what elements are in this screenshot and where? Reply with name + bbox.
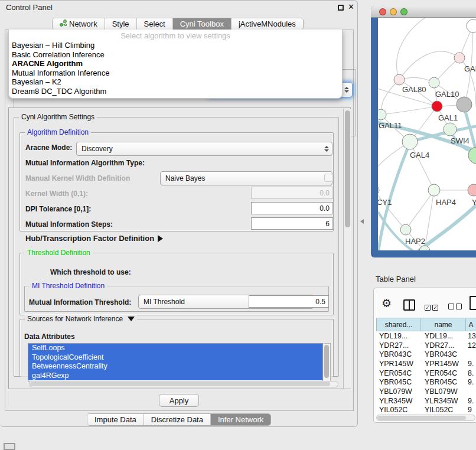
- table-row[interactable]: YER054CYER054C8.: [376, 369, 476, 378]
- table-panel: ⚙ ✓✓ shared...nameA YDL19...YDL19...13YD…: [373, 288, 476, 423]
- dropdown-option-bayesian-k2[interactable]: Bayesian – K2: [9, 77, 342, 87]
- algorithm-dropdown-popup: Select algorithm to view settings Bayesi…: [8, 30, 343, 99]
- tab-select[interactable]: Select: [137, 18, 173, 30]
- zoom-traffic-light-icon[interactable]: [400, 8, 407, 15]
- scrollbar-thumb[interactable]: [345, 110, 350, 227]
- table-cell: YER054C: [376, 369, 420, 377]
- vertical-scrollbar[interactable]: [343, 109, 351, 389]
- tab-style[interactable]: Style: [105, 18, 137, 30]
- collapsed-arrow-icon[interactable]: [158, 235, 163, 242]
- attribute-item-gal4rgexp[interactable]: gal4RGexp: [28, 371, 322, 381]
- dpi-tolerance-input[interactable]: [251, 202, 333, 214]
- table-horizontal-scrollbar[interactable]: [376, 415, 475, 421]
- column-header-a[interactable]: A: [465, 318, 476, 331]
- dropdown-option-mutual-information-inference[interactable]: Mutual Information Inference: [9, 69, 342, 78]
- mi-threshold-label: Mutual Information Threshold:: [29, 298, 131, 306]
- bottom-tab-discretize-data[interactable]: Discretize Data: [144, 414, 211, 425]
- dropdown-option-bayesian-hill-climbing[interactable]: Bayesian – Hill Climbing: [9, 41, 342, 50]
- table-row[interactable]: YDR27...YDR27...12: [376, 341, 476, 350]
- network-node-gal10[interactable]: [429, 77, 439, 88]
- close-traffic-light-icon[interactable]: [379, 8, 386, 15]
- mi-algorithm-type-label: Mutual Information Algorithm Type:: [25, 159, 145, 167]
- dropdown-option-basic-correlation-inference[interactable]: Basic Correlation Inference: [9, 50, 342, 60]
- kernel-width-input[interactable]: [251, 187, 333, 199]
- table-cell: YPR145W: [420, 360, 465, 368]
- group-title: MI Threshold Definition: [30, 282, 107, 290]
- table-cell: YBR043C: [376, 350, 420, 358]
- network-node[interactable]: [467, 19, 476, 32]
- attribute-item-topologicalcoefficient[interactable]: TopologicalCoefficient: [28, 353, 322, 363]
- scrollbar-thumb[interactable]: [377, 416, 466, 420]
- expanded-arrow-icon[interactable]: [128, 317, 135, 321]
- gear-icon[interactable]: ⚙: [382, 298, 392, 309]
- data-attributes-list[interactable]: SelfLoopsTopologicalCoefficientBetweenne…: [28, 343, 323, 382]
- dropdown-option-aracne-algorithm[interactable]: ARACNE Algorithm: [9, 59, 342, 69]
- bottom-tab-impute-data[interactable]: Impute Data: [87, 414, 144, 425]
- network-edge: [406, 190, 434, 230]
- manual-kernel-width-checkbox[interactable]: [324, 174, 332, 182]
- network-node-gal1[interactable]: [432, 101, 442, 112]
- attribute-item-betweennesscentrality[interactable]: BetweennessCentrality: [28, 362, 322, 371]
- select-all-columns-icon[interactable]: ✓✓: [425, 301, 440, 312]
- table-row[interactable]: YPR145WYPR145W9.: [376, 359, 476, 369]
- new-column-icon[interactable]: [470, 296, 476, 310]
- settings-scroll-viewport: Cyni Algorithm Settings Algorithm Defini…: [8, 107, 351, 389]
- tab-network[interactable]: Network: [53, 18, 105, 30]
- tab-label: Select: [144, 19, 165, 28]
- close-icon[interactable]: ✕: [348, 2, 354, 11]
- scrollbar-thumb[interactable]: [30, 382, 330, 386]
- split-view-icon[interactable]: [403, 299, 415, 311]
- panel-resize-handle-icon[interactable]: [360, 219, 364, 224]
- network-tab-icon: [60, 19, 67, 28]
- table-cell: YIL052C: [420, 406, 465, 414]
- scrollbar-thumb[interactable]: [324, 345, 329, 378]
- network-node-gal[interactable]: [454, 53, 465, 63]
- tab-jactivemnodules[interactable]: jActiveMNodules: [232, 18, 303, 30]
- combo-stepper-icon: [343, 83, 350, 97]
- network-node[interactable]: [457, 97, 472, 112]
- network-node-hap2[interactable]: [400, 224, 411, 235]
- minimize-traffic-light-icon[interactable]: [390, 8, 397, 15]
- combo-stepper-icon: [323, 142, 330, 155]
- table-row[interactable]: YDL19...YDL19...13: [376, 331, 476, 341]
- table-rows: YDL19...YDL19...13YDR27...YDR27...12YBR0…: [376, 331, 476, 415]
- apply-button[interactable]: Apply: [159, 394, 199, 407]
- aracne-mode-combo[interactable]: Discovery: [76, 142, 332, 156]
- network-canvas[interactable]: GALGAL80GAL10GAL1GAL11SWI4GAL4GCY1HAP4YH…: [378, 18, 476, 250]
- dropdown-option-dream8-dc-tdc-algorithm[interactable]: Dream8 DC_TDC Algorithm: [9, 87, 342, 96]
- column-header-name[interactable]: name: [420, 318, 465, 331]
- network-window-titlebar[interactable]: [371, 6, 476, 18]
- column-header-shared[interactable]: shared...: [376, 318, 420, 331]
- table-cell: YLR345W: [420, 397, 465, 405]
- tab-label: Network: [69, 19, 97, 28]
- float-window-icon[interactable]: [338, 5, 344, 11]
- network-edge: [381, 106, 437, 115]
- network-node-y[interactable]: [468, 184, 476, 196]
- table-cell: 13: [465, 332, 476, 340]
- table-row[interactable]: YBR045CYBR045C9.: [376, 377, 476, 387]
- mi-steps-input[interactable]: [251, 217, 333, 230]
- network-node-swi4[interactable]: [444, 123, 457, 136]
- network-node-gal4[interactable]: [402, 134, 418, 149]
- docked-panel-icon[interactable]: [4, 443, 15, 450]
- table-row[interactable]: YBL079WYBL079W: [376, 387, 476, 396]
- mi-threshold-input[interactable]: [249, 295, 329, 308]
- unselect-all-columns-icon[interactable]: [448, 301, 464, 312]
- table-cell: YDR27...: [376, 341, 420, 350]
- hub-definition-toggle[interactable]: Hub/Transcription Factor Definition: [25, 234, 163, 243]
- bottom-tab-bar: Impute DataDiscretize DataInfer Network: [87, 413, 271, 426]
- network-node-hap4[interactable]: [428, 184, 440, 196]
- attributes-scrollbar[interactable]: [324, 343, 331, 382]
- network-node-gal80[interactable]: [394, 74, 405, 85]
- table-row[interactable]: YIL052CYIL052C9: [376, 406, 476, 415]
- attribute-item-selfloops[interactable]: SelfLoops: [28, 344, 322, 353]
- table-row[interactable]: YLR345WYLR345W9.: [376, 396, 476, 406]
- tab-cyni-toolbox[interactable]: Cyni Toolbox: [173, 18, 232, 30]
- screen: Control Panel ✕ NetworkStyleSelectCyni T…: [0, 0, 476, 450]
- horizontal-scrollbar[interactable]: [29, 381, 338, 387]
- network-node-gal11[interactable]: [378, 109, 386, 120]
- table-row[interactable]: YBR043CYBR043C: [376, 350, 476, 359]
- network-node-gcy1[interactable]: [378, 185, 379, 195]
- mi-algorithm-type-combo[interactable]: Naive Bayes: [160, 171, 332, 185]
- bottom-tab-infer-network[interactable]: Infer Network: [211, 414, 270, 425]
